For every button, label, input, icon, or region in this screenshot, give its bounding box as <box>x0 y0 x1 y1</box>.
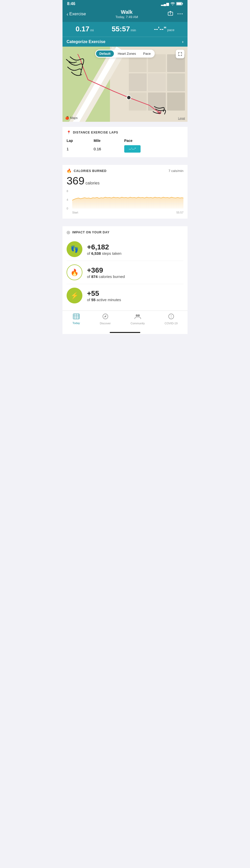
minutes-detail: of 55 active minutes <box>87 298 184 302</box>
pace-stat: --'--"pace <box>154 26 174 33</box>
status-bar: 8:46 ▂▄▆ <box>62 0 188 7</box>
calories-header: 🔥 CALORIES BURNED 7 cals/min <box>66 168 184 173</box>
impact-section: ◎ IMPACT ON YOUR DAY 👣 +6,182 of 6,538 s… <box>62 226 188 311</box>
apple-maps-logo: 🍎 Maps <box>65 116 78 120</box>
chart-x-start: Start <box>72 211 78 214</box>
divider-2 <box>62 160 188 162</box>
nav-community[interactable]: Community <box>131 313 145 325</box>
bottom-nav: Today Discover Community C <box>62 311 188 330</box>
header-title: Walk Today, 7:49 AM <box>115 9 138 19</box>
pace-value: --'--" <box>154 26 167 32</box>
minutes-icon-glyph: ⚡ <box>71 292 79 300</box>
calories-detail-of: of <box>87 274 90 279</box>
share-button[interactable] <box>168 11 173 18</box>
minutes-total: 55 <box>91 298 96 302</box>
map-expand-button[interactable] <box>176 50 185 58</box>
calories-total: 874 <box>91 274 98 279</box>
steps-total: 6,538 <box>91 251 101 255</box>
map-tab-default[interactable]: Default <box>96 51 114 57</box>
nav-discover-label: Discover <box>100 322 111 325</box>
calories-section: 🔥 CALORIES BURNED 7 cals/min 369calories… <box>62 165 188 219</box>
wifi-icon <box>171 2 175 6</box>
impact-steps-item: 👣 +6,182 of 6,538 steps taken <box>66 238 184 261</box>
chart-y-bottom: 0 <box>66 207 71 210</box>
calories-icon-glyph: 🔥 <box>71 269 79 276</box>
impact-header: ◎ IMPACT ON YOUR DAY <box>66 230 184 235</box>
workout-time: Today, 7:49 AM <box>115 15 138 19</box>
calories-suffix: calories burned <box>99 274 125 279</box>
minutes-icon: ⚡ <box>66 288 82 304</box>
steps-suffix: steps taken <box>102 251 121 255</box>
nav-today[interactable]: Today <box>73 314 80 324</box>
laps-col-mile: Mile <box>93 137 124 144</box>
more-button[interactable]: ··· <box>177 11 184 17</box>
divider-3 <box>62 221 188 224</box>
svg-point-16 <box>138 314 140 316</box>
steps-text: +6,182 of 6,538 steps taken <box>87 243 184 255</box>
calories-value: 369 <box>66 175 84 187</box>
calories-display: 369calories <box>66 175 184 187</box>
svg-rect-2 <box>177 3 182 5</box>
laps-table: Lap Mile Pace 10.16--'--" <box>66 137 184 154</box>
impact-calories-item: 🔥 +369 of 874 calories burned <box>66 261 184 284</box>
calories-impact-detail: of 874 calories burned <box>87 274 184 279</box>
distance-laps-title: DISTANCE EXERCISE LAPS <box>73 131 118 134</box>
target-icon: ◎ <box>66 230 70 235</box>
divider-1 <box>62 122 188 124</box>
header: ‹ Exercise Walk Today, 7:49 AM ··· <box>62 7 188 22</box>
minutes-detail-of: of <box>87 298 90 302</box>
home-indicator <box>62 330 188 334</box>
svg-point-15 <box>136 314 138 316</box>
flame-icon: 🔥 <box>66 168 72 173</box>
community-icon <box>134 313 141 321</box>
stats-row: 0.17mi 55:57min --'--"pace <box>62 22 188 37</box>
svg-marker-14 <box>104 315 106 317</box>
steps-detail: of 6,538 steps taken <box>87 251 184 255</box>
calories-title: CALORIES BURNED <box>74 169 107 173</box>
pace-unit: pace <box>167 28 174 32</box>
map-tab-pace[interactable]: Pace <box>140 51 154 57</box>
steps-icon: 👣 <box>66 241 82 257</box>
lap-pace: --'--" <box>124 144 184 154</box>
distance-stat: 0.17mi <box>76 25 93 33</box>
laps-col-lap: Lap <box>66 137 93 144</box>
minutes-value: +55 <box>87 289 184 298</box>
map-tab-heart-zones[interactable]: Heart Zones <box>114 51 139 57</box>
nav-today-label: Today <box>73 321 80 324</box>
calories-icon: 🔥 <box>66 265 82 280</box>
workout-type: Walk <box>115 9 138 15</box>
chart-x-labels: Start 55:57 <box>72 211 184 214</box>
nav-covid-label: COVID-19 <box>165 322 177 325</box>
map-tab-bar: Default Heart Zones Pace <box>95 50 155 58</box>
nav-discover[interactable]: Discover <box>100 313 111 325</box>
svg-point-3 <box>127 96 131 100</box>
minutes-text: +55 of 55 active minutes <box>87 289 184 302</box>
steps-icon-glyph: 👣 <box>71 245 79 253</box>
nav-covid[interactable]: COVID-19 <box>165 313 177 325</box>
pace-badge: --'--" <box>124 145 141 153</box>
status-time: 8:46 <box>67 2 75 6</box>
pin-icon: 📍 <box>66 130 71 134</box>
calories-label: calories <box>85 181 100 185</box>
nav-community-label: Community <box>131 322 145 325</box>
svg-point-5 <box>159 112 160 113</box>
back-button[interactable]: ‹ Exercise <box>66 11 86 17</box>
steps-detail-of: of <box>87 251 90 255</box>
covid-icon <box>168 313 174 321</box>
duration-stat: 55:57min <box>112 25 136 33</box>
calories-title-row: 🔥 CALORIES BURNED <box>66 168 107 173</box>
map-legal-link[interactable]: Legal <box>178 117 185 120</box>
duration-unit: min <box>131 28 136 32</box>
home-bar <box>110 332 140 333</box>
today-icon <box>73 314 80 321</box>
chart-y-mid: 4 <box>66 198 71 201</box>
minutes-suffix: active minutes <box>97 298 121 302</box>
lap-number: 1 <box>66 144 93 154</box>
maps-label: Maps <box>70 116 78 120</box>
distance-laps-header: 📍 DISTANCE EXERCISE LAPS <box>66 130 184 134</box>
duration-value: 55:57 <box>112 25 130 33</box>
back-arrow-icon: ‹ <box>66 11 68 17</box>
categorize-bar[interactable]: Categorize Exercise › <box>62 37 188 46</box>
discover-icon <box>102 313 108 321</box>
categorize-label: Categorize Exercise <box>66 39 105 44</box>
